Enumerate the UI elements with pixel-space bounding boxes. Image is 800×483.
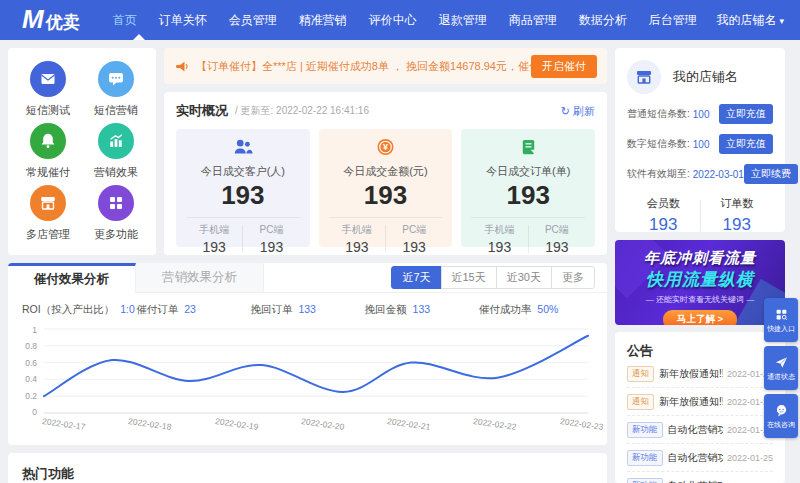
nav-item-reviews[interactable]: 评价中心 bbox=[358, 0, 428, 40]
online-support-button[interactable]: 在线咨询 bbox=[764, 394, 798, 438]
paper-plane-icon bbox=[774, 355, 789, 370]
announcement-item[interactable]: 通知 新年放假通知!!! 2022-01-25 bbox=[627, 388, 773, 416]
announcement-item[interactable]: 新功能 自动化营销功能上线 2022-01-25 bbox=[627, 444, 773, 472]
channel-status-button[interactable]: 通道状态 bbox=[764, 346, 798, 390]
expiry-row: 软件有效期至: 2022-03-01 立即续费 bbox=[627, 164, 773, 184]
bar-chart-icon bbox=[98, 123, 134, 159]
store-dropdown[interactable]: 我的店铺名▾ bbox=[716, 12, 784, 29]
hot-features-title: 热门功能 bbox=[22, 465, 593, 483]
line-chart: 10.80.60.40.20 bbox=[8, 323, 607, 417]
storefront-icon bbox=[30, 185, 66, 221]
stat-roi: ROI（投入产出比）1:0 bbox=[22, 303, 136, 317]
megaphone-icon bbox=[174, 59, 189, 74]
x-tick-label: 2022-02-22 bbox=[473, 416, 517, 432]
sms-marketing-icon bbox=[98, 61, 134, 97]
refresh-button[interactable]: ↻ 刷新 bbox=[561, 104, 595, 119]
stat-value: 193 bbox=[461, 181, 595, 210]
x-tick-label: 2022-02-20 bbox=[300, 416, 344, 432]
order-doc-icon bbox=[519, 137, 538, 157]
stat-card-customers: 今日成交客户(人) 193 手机端193 PC端193 bbox=[176, 129, 310, 247]
start-reminder-button[interactable]: 开启催付 bbox=[531, 55, 597, 78]
banner-line1: 年底冲刺看流量 bbox=[615, 249, 785, 268]
x-tick-label: 2022-02-19 bbox=[214, 416, 258, 432]
banner-cta-button[interactable]: 马上了解 > bbox=[663, 310, 737, 325]
shop-icon bbox=[634, 67, 654, 87]
nav-item-marketing[interactable]: 精准营销 bbox=[288, 0, 358, 40]
quick-entry-button[interactable]: 快捷入口 bbox=[764, 298, 798, 342]
announcements-title: 公告 bbox=[627, 342, 773, 360]
stat-value: 193 bbox=[176, 181, 310, 210]
chart-x-axis: 2022-02-172022-02-182022-02-192022-02-20… bbox=[42, 419, 603, 429]
x-tick-label: 2022-02-21 bbox=[387, 416, 431, 432]
floating-toolbar: 快捷入口 通道状态 在线咨询 bbox=[764, 298, 798, 438]
shop-info-panel: 我的店铺名 普通短信条数: 100 立即充值 数字短信条数: 100 立即充值 … bbox=[615, 48, 785, 232]
announcement-badge: 新功能 bbox=[627, 450, 663, 466]
stat-label: 今日成交订单(单) bbox=[461, 164, 595, 179]
nav-item-products[interactable]: 商品管理 bbox=[498, 0, 568, 40]
stat-success-rate: 催付成功率50% bbox=[479, 303, 593, 317]
nav-item-data[interactable]: 数据分析 bbox=[568, 0, 638, 40]
notice-text: 【订单催付】全***店 | 近期催付成功8单 ， 挽回金额14678.94元，催… bbox=[196, 59, 531, 74]
announcement-badge: 新功能 bbox=[627, 422, 663, 438]
realtime-title: 实时概况 bbox=[176, 102, 228, 120]
announcement-item[interactable]: 新功能 自动化营销功能上线 2022-01-25 bbox=[627, 472, 773, 483]
announcement-item[interactable]: 通知 新年放假通知!!! 2022-01-25 bbox=[627, 360, 773, 388]
app-logo[interactable]: M 优卖 bbox=[22, 6, 80, 34]
svg-text:¥: ¥ bbox=[383, 142, 388, 152]
announcement-item[interactable]: 新功能 自动化营销功能上线 2022-01-25 bbox=[627, 416, 773, 444]
announcements-panel: 公告 通知 新年放假通知!!! 2022-01-25 通知 新年放假通知!!! … bbox=[615, 332, 785, 483]
banner-line2: 快用流量纵横 bbox=[615, 268, 785, 291]
chart-y-axis: 10.80.60.40.20 bbox=[18, 325, 42, 417]
recharge-button[interactable]: 立即充值 bbox=[719, 104, 773, 124]
chevron-down-icon: ▾ bbox=[779, 16, 784, 26]
top-navbar: M 优卖 首页 订单关怀 会员管理 精准营销 评价中心 退款管理 商品管理 数据… bbox=[0, 0, 800, 40]
chart-plot-area bbox=[42, 325, 592, 417]
digital-sms-row: 数字短信条数: 100 立即充值 bbox=[627, 134, 773, 154]
quick-entry-grid-icon bbox=[774, 307, 789, 322]
recharge-button-2[interactable]: 立即充值 bbox=[719, 134, 773, 154]
renew-button[interactable]: 立即续费 bbox=[744, 164, 798, 184]
logo-m-icon: M bbox=[22, 6, 44, 32]
shop-name: 我的店铺名 bbox=[673, 68, 738, 86]
sidebar-item-marketing-effect[interactable]: 营销效果 bbox=[82, 120, 150, 182]
nav-item-members[interactable]: 会员管理 bbox=[218, 0, 288, 40]
range-7d-button[interactable]: 近7天 bbox=[391, 266, 441, 289]
reminder-notice-bar: 【订单催付】全***店 | 近期催付成功8单 ， 挽回金额14678.94元，催… bbox=[164, 48, 607, 84]
nav-item-refunds[interactable]: 退款管理 bbox=[428, 0, 498, 40]
nav-item-admin[interactable]: 后台管理 bbox=[638, 0, 708, 40]
promo-banner[interactable]: 年底冲刺看流量 快用流量纵横 — 还能实时查看无线关键词 — 马上了解 > bbox=[615, 240, 785, 325]
customers-icon bbox=[232, 137, 254, 157]
tab-reminder-analysis[interactable]: 催付效果分析 bbox=[8, 263, 136, 293]
range-15d-button[interactable]: 近15天 bbox=[441, 266, 497, 289]
sms-balance-row: 普通短信条数: 100 立即充值 bbox=[627, 104, 773, 124]
sidebar-item-multi-store[interactable]: 多店管理 bbox=[14, 183, 82, 245]
analysis-stats-row: ROI（投入产出比）1:0 催付订单23 挽回订单133 挽回金额133 催付成… bbox=[8, 293, 607, 323]
stat-label: 今日成交金额(元) bbox=[319, 164, 453, 179]
announcement-badge: 新功能 bbox=[627, 478, 663, 483]
quick-actions-sidebar: 短信测试 短信营销 常规催付 营销效果 多店管理 更多功能 bbox=[8, 48, 156, 255]
shop-avatar bbox=[627, 60, 661, 94]
sidebar-item-payment-reminder[interactable]: 常规催付 bbox=[14, 120, 82, 182]
orders-count: 订单数193 bbox=[701, 196, 774, 235]
range-30d-button[interactable]: 近30天 bbox=[496, 266, 552, 289]
date-range-group: 近7天 近15天 近30天 更多 bbox=[392, 263, 607, 292]
analysis-panel: 催付效果分析 营销效果分析 近7天 近15天 近30天 更多 ROI（投入产出比… bbox=[8, 263, 607, 445]
x-tick-label: 2022-02-23 bbox=[559, 416, 603, 432]
sms-test-icon bbox=[30, 61, 66, 97]
stat-value: 193 bbox=[319, 181, 453, 210]
updated-at: / 更新至: 2022-02-22 16:41:16 bbox=[235, 104, 561, 118]
sidebar-item-sms-marketing[interactable]: 短信营销 bbox=[82, 58, 150, 120]
headset-chat-icon bbox=[774, 403, 789, 418]
announcement-badge: 通知 bbox=[627, 366, 654, 382]
stat-reminded-orders: 催付订单23 bbox=[136, 303, 250, 317]
range-more-button[interactable]: 更多 bbox=[551, 266, 595, 289]
sidebar-item-more[interactable]: 更多功能 bbox=[82, 183, 150, 245]
tab-marketing-analysis[interactable]: 营销效果分析 bbox=[136, 263, 264, 292]
stat-label: 今日成交客户(人) bbox=[176, 164, 310, 179]
sidebar-item-sms-test[interactable]: 短信测试 bbox=[14, 58, 82, 120]
refresh-icon: ↻ bbox=[561, 105, 570, 117]
x-tick-label: 2022-02-18 bbox=[128, 416, 172, 432]
nav-item-order-care[interactable]: 订单关怀 bbox=[148, 0, 218, 40]
active-tab-notch bbox=[133, 34, 145, 40]
members-count: 会员数193 bbox=[627, 196, 700, 235]
